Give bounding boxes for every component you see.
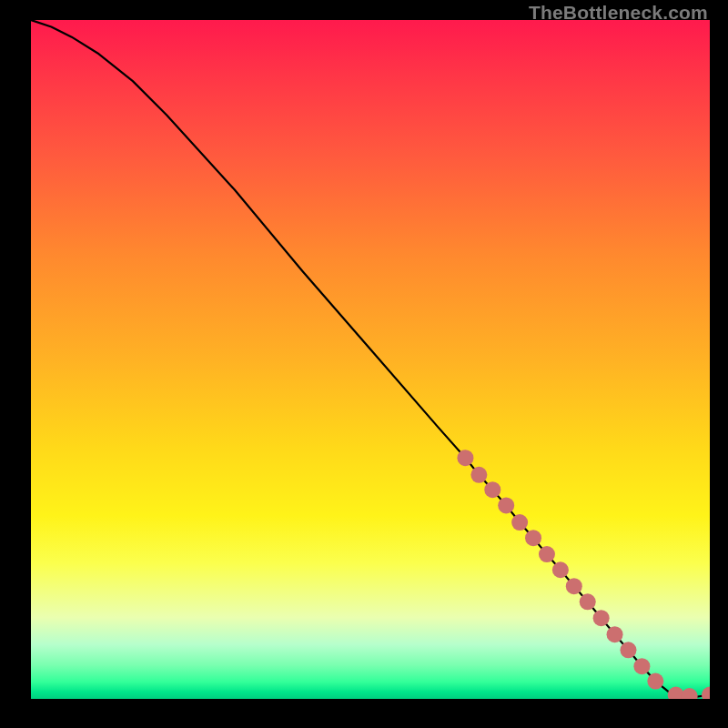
data-marker <box>682 688 698 699</box>
curve-group <box>31 20 710 699</box>
curve-layer <box>31 20 710 699</box>
data-marker <box>620 642 636 658</box>
data-marker <box>647 673 663 690</box>
chart-page: TheBottleneck.com <box>0 0 728 728</box>
data-marker <box>702 687 710 699</box>
data-marker <box>593 610 610 626</box>
data-marker <box>566 578 582 594</box>
data-marker <box>484 481 500 498</box>
data-marker <box>539 546 555 562</box>
data-marker <box>470 467 487 483</box>
data-marker <box>607 626 623 642</box>
data-marker <box>633 658 650 674</box>
curve-markers <box>457 450 710 699</box>
data-marker <box>457 450 473 466</box>
bottleneck-curve <box>31 20 710 697</box>
data-marker <box>511 514 528 531</box>
data-marker <box>552 561 569 578</box>
data-marker <box>498 497 514 513</box>
data-marker <box>580 593 596 610</box>
data-marker <box>525 530 541 546</box>
plot-area <box>31 20 710 699</box>
